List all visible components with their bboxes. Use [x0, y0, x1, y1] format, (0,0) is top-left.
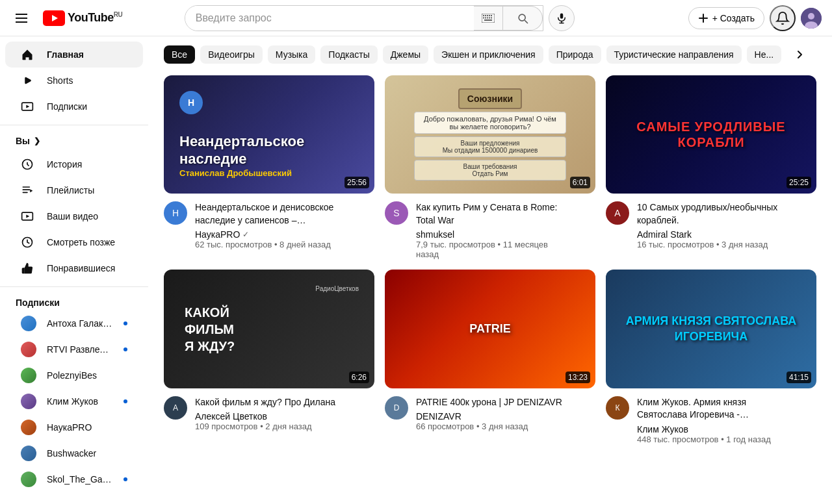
video-title-v6: Клим Жуков. Армия князя Святослава Игоре… — [637, 396, 785, 422]
sidebar-item-home[interactable]: Главная — [5, 42, 143, 68]
sidebar-sub-nauka[interactable]: НаукаPRO — [5, 414, 143, 440]
sidebar-you-chevron: ❯ — [34, 136, 40, 145]
svg-rect-26 — [23, 192, 28, 194]
filter-next-button[interactable] — [789, 44, 810, 65]
video-info-v2: S Как купить Рим у Сената в Rome: Total … — [385, 201, 595, 259]
channel-avatar-v3[interactable]: A — [606, 201, 629, 225]
video-title-v5: PATRIE 400к урона | JP DENIZAVR — [416, 396, 564, 409]
sidebar-item-home-label: Главная — [47, 49, 84, 60]
svg-rect-13 — [484, 19, 492, 21]
sub-name-poleznyi: PoleznyiBes — [47, 370, 127, 381]
sidebar-divider-2 — [0, 286, 148, 287]
channel-avatar-v6[interactable]: К — [606, 396, 629, 420]
video-info-v1: Н Неандертальское и денисовское наследие… — [164, 201, 374, 249]
subscriptions-section-title: Подписки — [0, 292, 148, 310]
video-title-v1: Неандертальское и денисовское наследие у… — [195, 201, 343, 227]
video-details-v5: PATRIE 400к урона | JP DENIZAVR DENIZAVR… — [416, 396, 564, 432]
sidebar-sub-bushwacker[interactable]: Bushwacker — [5, 440, 143, 466]
sidebar-sub-antoha[interactable]: Антоха Галакти... — [5, 310, 143, 336]
sidebar-item-liked[interactable]: Понравившиеся — [5, 255, 143, 281]
chip-podcasts[interactable]: Подкасты — [320, 45, 377, 64]
sidebar-item-subscriptions[interactable]: Подписки — [5, 94, 143, 120]
sidebar-sub-rtvi[interactable]: RTVI Развлечен... — [5, 336, 143, 362]
video-card-v2[interactable]: Союзники Добро пожаловать, друзья Рима! … — [385, 75, 595, 259]
sub-avatar-skol — [21, 472, 36, 487]
sub-avatar-nauka — [21, 420, 36, 435]
svg-rect-9 — [485, 17, 486, 18]
chip-all[interactable]: Все — [164, 45, 195, 64]
sidebar-item-playlists[interactable]: Плейлисты — [5, 177, 143, 203]
sub-name-antoha: Антоха Галакти... — [47, 318, 113, 329]
verified-icon-v1: ✓ — [242, 230, 249, 239]
channel-name-v4: Алексей Цветков — [195, 411, 267, 422]
sub-name-klim: Клим Жуков — [47, 396, 113, 407]
sidebar-item-your-videos[interactable]: Ваши видео — [5, 203, 143, 229]
video-card-v3[interactable]: САМЫЕ УРОДЛИВЫЕ КОРАБЛИ 25:25 A 10 Самых… — [606, 75, 816, 259]
svg-rect-4 — [485, 15, 486, 16]
svg-rect-10 — [487, 17, 488, 18]
channel-name-v2: shmuksel — [416, 229, 454, 240]
svg-rect-3 — [483, 15, 484, 16]
video-meta-v6: 448 тыс. просмотров • 1 год назад — [637, 435, 785, 444]
channel-avatar-v1[interactable]: Н — [164, 201, 187, 225]
video-duration-v2: 6:01 — [570, 177, 590, 188]
channel-avatar-v2[interactable]: S — [385, 201, 408, 225]
sidebar-sub-poleznyi[interactable]: PoleznyiBes — [5, 362, 143, 388]
sidebar-item-shorts[interactable]: Shorts — [5, 68, 143, 94]
sidebar-item-watch-later-label: Смотреть позже — [47, 237, 115, 247]
search-icon — [516, 12, 529, 25]
search-bar — [185, 5, 543, 31]
shorts-icon — [21, 74, 36, 87]
main-layout: Главная Shorts Подписки Вы ❯ — [0, 36, 832, 504]
videos-grid: Н Неандертальское наследие Станислав Дро… — [164, 75, 816, 444]
liked-icon — [21, 262, 36, 275]
channel-name-v1: НаукаPRO — [195, 229, 240, 240]
notifications-button[interactable] — [770, 5, 796, 31]
video-card-v5[interactable]: PATRIE 13:23 D PATRIE 400к урона | JP DE… — [385, 270, 595, 444]
home-icon — [21, 48, 36, 61]
svg-rect-11 — [489, 17, 490, 18]
svg-rect-6 — [489, 15, 490, 16]
video-channel-v2: shmuksel — [416, 229, 564, 240]
video-info-v6: К Клим Жуков. Армия князя Святослава Иго… — [606, 396, 816, 444]
search-input[interactable] — [185, 6, 474, 31]
chip-travel[interactable]: Туристические направления — [606, 45, 742, 64]
video-card-v4[interactable]: РадиоЦветков КАКОЙФИЛЬМЯ ЖДУ? 6:26 А Как… — [164, 270, 374, 444]
search-button[interactable] — [503, 6, 543, 31]
chip-music[interactable]: Музыка — [268, 45, 316, 64]
hamburger-button[interactable] — [10, 8, 32, 28]
chip-nature[interactable]: Природа — [549, 45, 601, 64]
svg-rect-5 — [487, 15, 488, 16]
subscriptions-icon — [21, 100, 36, 113]
video-duration-v5: 13:23 — [566, 372, 590, 383]
thumb-content-v3: САМЫЕ УРОДЛИВЫЕ КОРАБЛИ — [606, 75, 816, 194]
plus-icon — [698, 13, 708, 23]
sidebar-item-history[interactable]: История — [5, 151, 143, 177]
chip-more[interactable]: Не... — [747, 45, 782, 64]
svg-rect-7 — [491, 15, 492, 16]
avatar[interactable] — [801, 8, 822, 29]
logo[interactable]: YouTubeRU — [43, 10, 122, 26]
svg-rect-8 — [483, 17, 484, 18]
chip-jams[interactable]: Джемы — [383, 45, 428, 64]
video-meta-v4: 109 просмотров • 2 дня назад — [195, 422, 343, 431]
keyboard-button[interactable] — [474, 6, 503, 31]
sidebar-you-section[interactable]: Вы ❯ — [0, 131, 148, 151]
sidebar-item-watch-later[interactable]: Смотреть позже — [5, 229, 143, 255]
sidebar-sub-skol[interactable]: Skol_The_Game(.. . — [5, 466, 143, 492]
chip-action[interactable]: Экшен и приключения — [434, 45, 543, 64]
thumb-content-v4: РадиоЦветков КАКОЙФИЛЬМЯ ЖДУ? — [164, 270, 374, 388]
sidebar-sub-klim[interactable]: Клим Жуков — [5, 388, 143, 414]
video-info-v4: А Какой фильм я жду? Про Дилана Алексей … — [164, 396, 374, 432]
video-card-v6[interactable]: АРМИЯ КНЯЗЯ СВЯТОСЛАВА ИГОРЕВИЧА 41:15 К… — [606, 270, 816, 444]
mic-button[interactable] — [549, 5, 575, 31]
sub-name-bushwacker: Bushwacker — [47, 448, 127, 459]
sub-avatar-bushwacker — [21, 446, 36, 461]
video-duration-v1: 25:56 — [344, 177, 369, 188]
sub-dot-klim — [124, 399, 127, 403]
create-button[interactable]: + Создать — [688, 7, 764, 29]
channel-avatar-v4[interactable]: А — [164, 396, 187, 420]
channel-avatar-v5[interactable]: D — [385, 396, 408, 420]
video-card-v1[interactable]: Н Неандертальское наследие Станислав Дро… — [164, 75, 374, 259]
chip-games[interactable]: Видеоигры — [200, 45, 263, 64]
